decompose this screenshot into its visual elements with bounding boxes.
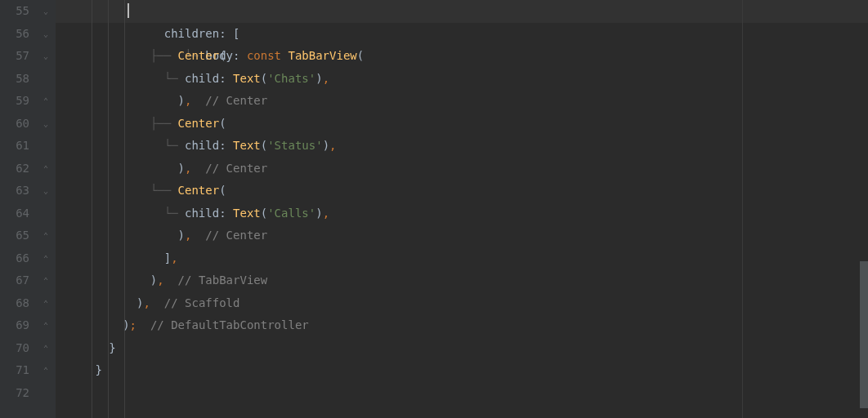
line-number: 57 — [0, 45, 29, 68]
chevron-down-icon: ⌄ — [43, 180, 48, 202]
line-number: 65 — [0, 225, 29, 247]
line-number: 66 — [0, 247, 29, 270]
fold-handle[interactable]: ⌄ — [43, 113, 48, 136]
line-number: 70 — [0, 337, 29, 360]
fold-up-icon: ⌃ — [43, 337, 48, 360]
fold-handle[interactable]: ⌃ — [43, 225, 48, 247]
line-number: 61 — [0, 135, 29, 158]
line-number: 58 — [0, 68, 29, 91]
line-number: 72 — [0, 382, 29, 405]
chevron-down-icon: ⌄ — [43, 45, 48, 68]
line-number-gutter: 55 56 57 58 59 60 61 62 63 64 65 66 67 6… — [0, 0, 36, 418]
line-number: 69 — [0, 314, 29, 337]
line-number: 56 — [0, 23, 29, 46]
line-number: 63 — [0, 180, 29, 202]
code-area[interactable]: └─ body: const TabBarView( children: [ ├… — [56, 0, 868, 418]
line-number: 62 — [0, 158, 29, 180]
caret — [128, 3, 129, 18]
fold-up-icon: ⌃ — [43, 292, 48, 315]
code-line[interactable]: ├── Center( — [56, 113, 868, 136]
code-line[interactable]: ), // Scaffold — [56, 292, 868, 315]
code-line[interactable]: ├── Center( — [56, 45, 868, 68]
fold-up-icon: ⌃ — [43, 225, 48, 247]
code-line[interactable]: ], — [56, 247, 868, 270]
code-line[interactable] — [56, 382, 868, 405]
code-line[interactable]: } — [56, 359, 868, 382]
line-number: 67 — [0, 269, 29, 292]
fold-up-icon: ⌃ — [43, 158, 48, 180]
fold-up-icon: ⌃ — [43, 247, 48, 270]
code-line[interactable]: ), // Center — [56, 225, 868, 247]
line-number: 68 — [0, 292, 29, 315]
code-line[interactable]: └─ child: Text('Calls'), — [56, 202, 868, 225]
code-line[interactable]: └─ child: Text('Status'), — [56, 135, 868, 158]
line-number: 60 — [0, 113, 29, 136]
line-number: 71 — [0, 359, 29, 382]
fold-handle[interactable]: ⌄ — [43, 180, 48, 202]
code-line[interactable]: children: [ — [56, 23, 868, 46]
fold-up-icon: ⌃ — [43, 359, 48, 382]
fold-handle[interactable]: ⌃ — [43, 337, 48, 360]
line-number: 64 — [0, 202, 29, 225]
line-number: 59 — [0, 90, 29, 113]
chevron-down-icon: ⌄ — [43, 0, 48, 23]
fold-gutter: ⌄ ⌄ ⌄ ⌃ ⌄ ⌃ ⌄ ⌃ ⌃ ⌃ ⌃ ⌃ ⌃ ⌃ — [36, 0, 56, 418]
fold-handle[interactable]: ⌃ — [43, 314, 48, 337]
code-line[interactable]: ), // Center — [56, 90, 868, 113]
line-number: 55 — [0, 0, 29, 23]
code-line[interactable]: ); // DefaultTabController — [56, 314, 868, 337]
chevron-down-icon: ⌄ — [43, 23, 48, 46]
fold-handle[interactable]: ⌃ — [43, 269, 48, 292]
code-editor[interactable]: 55 56 57 58 59 60 61 62 63 64 65 66 67 6… — [0, 0, 868, 418]
chevron-down-icon: ⌄ — [43, 113, 48, 136]
fold-handle[interactable]: ⌃ — [43, 90, 48, 113]
code-line[interactable]: } — [56, 337, 868, 360]
fold-handle[interactable]: ⌃ — [43, 292, 48, 315]
fold-handle[interactable]: ⌄ — [43, 0, 48, 23]
code-line[interactable]: ), // Center — [56, 158, 868, 180]
code-line[interactable]: └── Center( — [56, 180, 868, 202]
fold-up-icon: ⌃ — [43, 90, 48, 113]
fold-up-icon: ⌃ — [43, 314, 48, 337]
fold-up-icon: ⌃ — [43, 269, 48, 292]
fold-handle[interactable]: ⌄ — [43, 45, 48, 68]
fold-handle[interactable]: ⌄ — [43, 23, 48, 46]
fold-handle[interactable]: ⌃ — [43, 359, 48, 382]
code-line[interactable]: ), // TabBarView — [56, 269, 868, 292]
code-lines[interactable]: └─ body: const TabBarView( children: [ ├… — [56, 0, 868, 404]
fold-handle[interactable]: ⌃ — [43, 158, 48, 180]
fold-handle[interactable]: ⌃ — [43, 247, 48, 270]
code-line[interactable]: └─ body: const TabBarView( — [56, 0, 868, 23]
code-line[interactable]: └─ child: Text('Chats'), — [56, 68, 868, 91]
